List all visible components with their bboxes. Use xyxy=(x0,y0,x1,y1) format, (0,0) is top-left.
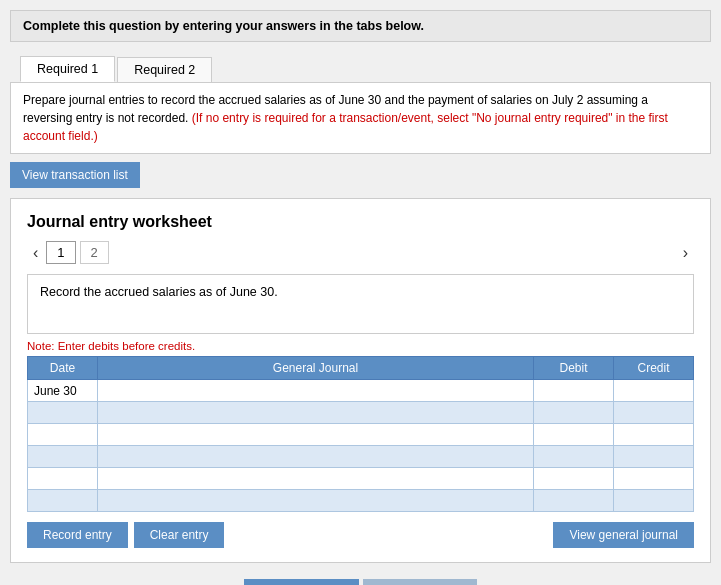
instruction-banner: Complete this question by entering your … xyxy=(10,10,711,42)
cell-date xyxy=(28,424,98,446)
debit-note: Note: Enter debits before credits. xyxy=(27,340,694,352)
cell-account[interactable] xyxy=(98,424,534,446)
journal-card: Journal entry worksheet ‹ 1 2 › Record t… xyxy=(10,198,711,563)
cell-debit[interactable] xyxy=(534,490,614,512)
cell-credit[interactable] xyxy=(614,446,694,468)
journal-title: Journal entry worksheet xyxy=(27,213,694,231)
pagination-row: ‹ 1 2 › xyxy=(27,241,694,264)
col-header-general-journal: General Journal xyxy=(98,357,534,380)
cell-account[interactable] xyxy=(98,402,534,424)
credit-input[interactable] xyxy=(620,428,687,442)
table-row xyxy=(28,402,694,424)
cell-debit[interactable] xyxy=(534,402,614,424)
cell-account[interactable] xyxy=(98,490,534,512)
col-header-credit: Credit xyxy=(614,357,694,380)
cell-account[interactable] xyxy=(98,446,534,468)
table-row xyxy=(28,468,694,490)
cell-date xyxy=(28,468,98,490)
credit-input[interactable] xyxy=(620,384,687,398)
table-row: June 30 xyxy=(28,380,694,402)
account-input[interactable] xyxy=(104,428,527,442)
prev-page-arrow[interactable]: ‹ xyxy=(27,242,44,264)
cell-credit[interactable] xyxy=(614,468,694,490)
account-input[interactable] xyxy=(104,406,527,420)
cell-account[interactable] xyxy=(98,380,534,402)
credit-input[interactable] xyxy=(620,406,687,420)
footer-nav: < Required 1 Required 2 > xyxy=(10,579,711,585)
entry-description-box: Record the accrued salaries as of June 3… xyxy=(27,274,694,334)
account-input[interactable] xyxy=(104,384,527,398)
credit-input[interactable] xyxy=(620,450,687,464)
debit-input[interactable] xyxy=(540,450,607,464)
bottom-buttons: Record entry Clear entry View general jo… xyxy=(27,522,694,548)
record-entry-button[interactable]: Record entry xyxy=(27,522,128,548)
credit-input[interactable] xyxy=(620,494,687,508)
table-row xyxy=(28,424,694,446)
view-general-journal-button[interactable]: View general journal xyxy=(553,522,694,548)
debit-input[interactable] xyxy=(540,428,607,442)
cell-debit[interactable] xyxy=(534,424,614,446)
tab-required2[interactable]: Required 2 xyxy=(117,57,212,82)
account-input[interactable] xyxy=(104,494,527,508)
journal-table: Date General Journal Debit Credit June 3… xyxy=(27,356,694,512)
cell-credit[interactable] xyxy=(614,490,694,512)
clear-entry-button[interactable]: Clear entry xyxy=(134,522,225,548)
instruction-text: Complete this question by entering your … xyxy=(23,19,424,33)
page-2[interactable]: 2 xyxy=(80,241,109,264)
cell-credit[interactable] xyxy=(614,424,694,446)
cell-credit[interactable] xyxy=(614,380,694,402)
debit-input[interactable] xyxy=(540,472,607,486)
account-input[interactable] xyxy=(104,472,527,486)
cell-debit[interactable] xyxy=(534,468,614,490)
col-header-date: Date xyxy=(28,357,98,380)
tabs-row: Required 1 Required 2 xyxy=(10,50,711,83)
debit-input[interactable] xyxy=(540,494,607,508)
credit-input[interactable] xyxy=(620,472,687,486)
cell-date xyxy=(28,402,98,424)
cell-date: June 30 xyxy=(28,380,98,402)
cell-date xyxy=(28,446,98,468)
debit-input[interactable] xyxy=(540,406,607,420)
account-input[interactable] xyxy=(104,450,527,464)
footer-prev-button[interactable]: < Required 1 xyxy=(244,579,359,585)
tab-required1[interactable]: Required 1 xyxy=(20,56,115,82)
debit-input[interactable] xyxy=(540,384,607,398)
entry-description-text: Record the accrued salaries as of June 3… xyxy=(40,285,278,299)
cell-account[interactable] xyxy=(98,468,534,490)
description-area: Prepare journal entries to record the ac… xyxy=(10,83,711,154)
cell-debit[interactable] xyxy=(534,380,614,402)
view-transaction-button[interactable]: View transaction list xyxy=(10,162,140,188)
footer-next-button: Required 2 > xyxy=(363,579,478,585)
col-header-debit: Debit xyxy=(534,357,614,380)
cell-debit[interactable] xyxy=(534,446,614,468)
cell-date xyxy=(28,490,98,512)
page-1[interactable]: 1 xyxy=(46,241,75,264)
cell-credit[interactable] xyxy=(614,402,694,424)
table-row xyxy=(28,446,694,468)
table-row xyxy=(28,490,694,512)
next-page-arrow[interactable]: › xyxy=(677,242,694,264)
